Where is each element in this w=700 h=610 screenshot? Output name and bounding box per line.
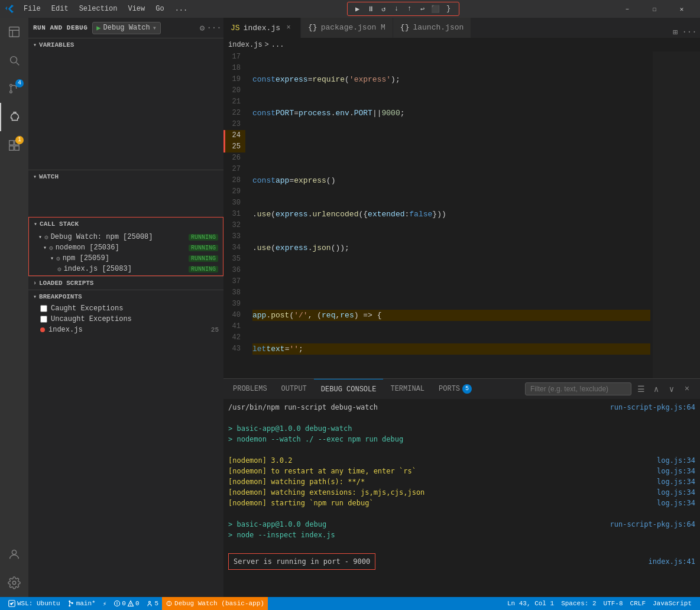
activity-search[interactable] <box>0 46 28 74</box>
status-wsl[interactable]: WSL: Ubuntu <box>5 597 64 610</box>
console-ref-5[interactable]: log.js:34 <box>657 466 695 476</box>
status-spaces[interactable]: Spaces: 2 <box>558 597 599 610</box>
menu-view[interactable]: View <box>123 4 150 14</box>
tab-launchjson[interactable]: {} launch.json <box>393 18 471 38</box>
console-ref-6[interactable]: log.js:34 <box>657 476 695 487</box>
panel-close-icon[interactable]: × <box>681 383 693 395</box>
breadcrumb-file[interactable]: index.js <box>228 41 262 49</box>
panel-tab-terminal[interactable]: TERMINAL <box>383 379 432 400</box>
console-ref-final[interactable]: index.js:41 <box>649 556 695 567</box>
tab-indexjs[interactable]: JS index.js × <box>223 18 301 38</box>
settings-gear-icon[interactable]: ⚙ <box>197 23 207 33</box>
call-stack-item-1[interactable]: ▾ ⚙ nodemon [25036] RUNNING <box>29 242 223 253</box>
variables-section-header[interactable]: ▾ VARIABLES <box>28 38 223 51</box>
svg-point-24 <box>149 601 151 603</box>
status-line-ending[interactable]: CRLF <box>627 597 649 610</box>
status-position[interactable]: Ln 43, Col 1 <box>504 597 558 610</box>
activity-explorer[interactable] <box>0 18 28 46</box>
console-ref-7[interactable]: log.js:34 <box>657 487 695 498</box>
vscode-icon <box>5 4 14 14</box>
tab-packagejson[interactable]: {} package.json M <box>301 18 393 38</box>
debug-step-into-btn[interactable]: ↑ <box>404 4 415 14</box>
status-errors[interactable]: 0 0 <box>110 597 142 610</box>
debug-restart-btn[interactable]: ↺ <box>378 4 389 14</box>
activity-account[interactable] <box>0 540 28 569</box>
activity-git[interactable]: 4 <box>0 74 28 103</box>
status-bar: WSL: Ubuntu main* ⚡ 0 0 5 Debug Watch (b… <box>0 597 700 610</box>
console-ref-0[interactable]: run-script-pkg.js:64 <box>610 402 696 413</box>
debug-pause-btn[interactable]: ⏸ <box>365 4 376 14</box>
breadcrumb-path[interactable]: ... <box>271 41 284 49</box>
code-editor[interactable]: 17 18 19 20 21 22 23 24 25 26 27 28 29 <box>223 51 700 378</box>
tab-launch-icon: {} <box>400 23 410 32</box>
debug-step-out-btn[interactable]: ↩ <box>417 4 428 14</box>
filter-input[interactable] <box>525 382 631 395</box>
menu-go[interactable]: Go <box>151 4 168 14</box>
status-debug-count[interactable]: 5 <box>142 597 162 610</box>
menu-more[interactable]: ... <box>170 4 193 14</box>
svg-rect-0 <box>9 27 20 37</box>
uncaught-exceptions-checkbox[interactable] <box>40 316 47 323</box>
panel-down-icon[interactable]: ∨ <box>666 383 678 395</box>
watch-section-header[interactable]: ▾ WATCH <box>28 170 223 183</box>
run-debug-header: RUN AND DEBUG ▶ Debug Watch ▾ ⚙ ··· <box>28 18 223 38</box>
more-tabs-icon[interactable]: ··· <box>683 26 695 38</box>
console-ref-4[interactable]: log.js:34 <box>657 455 695 466</box>
status-debug-label[interactable]: Debug Watch (basic-app) <box>162 597 268 610</box>
more-options-icon[interactable]: ··· <box>209 23 219 33</box>
status-encoding[interactable]: UTF-8 <box>600 597 627 610</box>
activity-extensions[interactable]: 1 <box>0 131 28 160</box>
breakpoint-marker-25 <box>223 144 224 150</box>
call-stack-header[interactable]: ▾ CALL STACK <box>29 218 223 231</box>
svg-line-2 <box>17 63 20 66</box>
debug-step-over-btn[interactable]: ↓ <box>391 4 402 14</box>
status-branch[interactable]: main* <box>64 597 99 610</box>
call-stack-item-0[interactable]: ▾ ⚙ Debug Watch: npm [25008] RUNNING <box>29 232 223 242</box>
console-ref-9[interactable]: run-script-pkg.js:64 <box>610 519 696 530</box>
cs-name-3: index.js [25083] <box>64 265 186 273</box>
loaded-scripts-header[interactable]: › LOADED SCRIPTS <box>28 277 223 290</box>
console-ref-8[interactable]: log.js:34 <box>657 498 695 508</box>
split-editor-icon[interactable]: ⊞ <box>669 26 681 38</box>
call-stack-item-2[interactable]: ▾ ⚙ npm [25059] RUNNING <box>29 253 223 264</box>
ports-badge: 5 <box>462 384 472 394</box>
panel-tab-bar: PROBLEMS OUTPUT DEBUG CONSOLE TERMINAL P… <box>223 379 700 400</box>
activity-debug[interactable] <box>0 103 28 131</box>
ln-23: 23 <box>223 119 245 130</box>
panel-tab-debug-console[interactable]: DEBUG CONSOLE <box>314 379 384 400</box>
code-line-23 <box>252 276 650 287</box>
call-stack-section: ▾ CALL STACK ▾ ⚙ Debug Watch: npm [25008… <box>28 217 223 276</box>
svg-point-11 <box>12 550 16 554</box>
panel-list-icon[interactable]: ☰ <box>635 383 647 395</box>
panel-tab-output[interactable]: OUTPUT <box>274 379 314 400</box>
caught-exceptions-checkbox[interactable] <box>40 305 47 312</box>
code-content[interactable]: const express = require('express'); cons… <box>250 51 653 378</box>
menu-file[interactable]: File <box>19 4 46 14</box>
debug-continue-btn[interactable]: ▶ <box>352 4 363 14</box>
status-language[interactable]: JavaScript <box>649 597 695 610</box>
debug-curly-btn[interactable]: } <box>443 4 454 14</box>
config-icons: ⚙ ··· <box>197 23 219 33</box>
panel-tab-problems[interactable]: PROBLEMS <box>226 379 274 400</box>
panel-tab-ports[interactable]: PORTS 5 <box>432 379 479 400</box>
close-btn[interactable]: ✕ <box>668 0 695 18</box>
call-stack-item-3[interactable]: ⚙ index.js [25083] RUNNING <box>29 264 223 274</box>
process-icon-0: ⚙ <box>44 233 48 241</box>
minimize-btn[interactable]: – <box>614 0 641 18</box>
menu-edit[interactable]: Edit <box>47 4 73 14</box>
activity-settings[interactable] <box>0 569 28 597</box>
main-layout: 4 1 <box>0 18 700 597</box>
debug-stop-btn[interactable]: ⬛ <box>430 4 441 14</box>
menu-selection[interactable]: Selection <box>74 4 122 14</box>
maximize-btn[interactable]: ☐ <box>641 0 668 18</box>
process-icon-3: ⚙ <box>57 265 61 273</box>
debug-config-button[interactable]: ▶ Debug Watch ▾ <box>92 22 161 34</box>
ln-33: 33 <box>223 231 245 242</box>
breakpoints-header[interactable]: ▾ BREAKPOINTS <box>28 290 223 303</box>
tab-indexjs-close[interactable]: × <box>284 23 293 33</box>
ln-29: 29 <box>223 186 245 197</box>
status-remote[interactable]: ⚡ <box>99 597 111 610</box>
panel-up-icon[interactable]: ∧ <box>650 383 662 395</box>
cs-chevron-0: ▾ <box>38 233 42 241</box>
caught-exceptions-label: Caught Exceptions <box>51 304 123 313</box>
